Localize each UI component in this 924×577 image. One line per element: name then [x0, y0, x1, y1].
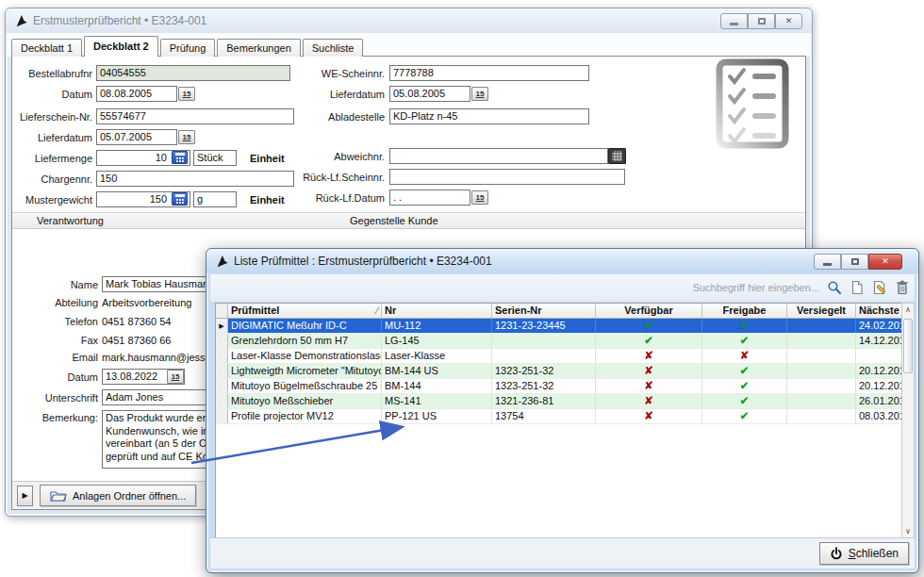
abladestelle-input[interactable]: KD-Platz n-45	[389, 108, 589, 124]
tab-suchliste[interactable]: Suchliste	[303, 39, 364, 57]
versiegelt-mark	[787, 394, 856, 408]
lieferschein-input[interactable]: 55574677	[96, 108, 294, 124]
lieferschein-label: Lieferschein-Nr.	[6, 111, 92, 123]
chargennr-label: Chargennr.	[6, 173, 92, 185]
calendar-icon: 15	[476, 194, 485, 202]
new-record-icon[interactable]	[850, 280, 865, 295]
versiegelt-mark	[787, 409, 856, 423]
anlagen-ordner-button[interactable]: Anlagen Ordner öffnen...	[40, 485, 196, 506]
close-button[interactable]: ✕	[868, 254, 902, 270]
abladestelle-label: Abladestelle	[289, 111, 385, 123]
bemerkung-label: Bemerkung:	[15, 412, 98, 423]
row-marker-icon: ▶	[216, 319, 228, 333]
datum1-label: Datum	[6, 89, 92, 100]
desktop: Erstmusterprüfbericht • E3234-001 ✕ Deck…	[0, 0, 924, 577]
versiegelt-mark	[787, 319, 856, 333]
abteilung-value: Arbeitsvorbereitung	[102, 297, 191, 308]
mustergewicht-einheit-label: Einheit	[250, 194, 285, 206]
rueck-lf-scheinnr-input[interactable]	[389, 169, 625, 185]
col-versiegelt[interactable]: Versiegelt	[787, 304, 856, 318]
tab-deckblatt-2[interactable]: Deckblatt 2	[84, 36, 158, 57]
abweichnr-label: Abweichnr.	[289, 151, 385, 162]
minimize-button[interactable]	[814, 254, 841, 270]
table-row[interactable]: Lightweigth Micrometer "Mitutoyo BM-144 …	[216, 364, 902, 379]
verfuegbar-mark: ✘	[596, 349, 702, 363]
name-label: Name	[15, 279, 98, 290]
report-window-titlebar[interactable]: Erstmusterprüfbericht • E3234-001 ✕	[6, 8, 812, 33]
pruefmittel-list-window: Liste Prüfmittel : Erstmusterprüfbericht…	[206, 248, 919, 573]
search-icon[interactable]	[827, 280, 842, 295]
chargennr-input[interactable]: 150	[96, 171, 294, 187]
lieferdatum1-label: Lieferdatum	[6, 132, 92, 143]
freigabe-mark: ✔	[702, 334, 787, 348]
lieferdatum1-calendar-button[interactable]: 15	[178, 130, 195, 144]
minimize-button[interactable]	[720, 13, 748, 29]
bestellabrufnr-input[interactable]: 04054555	[96, 65, 290, 81]
search-input[interactable]: Suchbegriff hier eingeben...	[693, 282, 819, 293]
calculator-icon	[175, 194, 185, 204]
mustergewicht-calculator-button[interactable]	[172, 192, 188, 206]
maximize-button[interactable]	[841, 254, 868, 270]
col-serien-nr[interactable]: Serien-Nr	[492, 304, 596, 318]
lieferdatum1-input[interactable]: 05.07.2005	[96, 129, 177, 145]
table-row[interactable]: Mitutoyo Meßschieber MS-141 1321-236-81 …	[216, 394, 902, 409]
bestellabrufnr-label: Bestellabrufnr	[6, 68, 92, 79]
scroll-down-icon[interactable]: ∨	[902, 525, 914, 538]
versiegelt-mark	[787, 349, 856, 363]
freigabe-mark: ✔	[702, 379, 787, 393]
tab-pruefung[interactable]: Prüfung	[160, 39, 216, 57]
calendar-icon: 15	[172, 373, 180, 381]
liefermenge-calculator-button[interactable]	[172, 151, 188, 164]
table-row[interactable]: Profile projector MV12 PP-121 US 13754 ✘…	[216, 409, 902, 424]
rueck-lf-datum-calendar-button[interactable]: 15	[471, 190, 488, 205]
table-row[interactable]: Grenzlehrdorn 50 mm H7 LG-145 ✔ ✔ 14.12.…	[216, 334, 902, 349]
scrollbar-thumb[interactable]	[903, 319, 913, 373]
edit-record-icon[interactable]	[872, 280, 887, 295]
table-row[interactable]: ▶ DIGIMATIC Meßuhr ID-C MU-112 1231-23-2…	[216, 319, 902, 334]
schliessen-label: Schließen	[849, 547, 899, 560]
maximize-button[interactable]	[748, 13, 775, 29]
report-window-title: Erstmusterprüfbericht • E3234-001	[33, 14, 206, 27]
liefermenge-unit-input[interactable]: Stück	[193, 150, 237, 166]
lieferdatum2-calendar-button[interactable]: 15	[471, 87, 488, 101]
col-naechste-pruefung[interactable]: Nächste Prüfung	[856, 304, 902, 318]
table-row[interactable]: Mitutoyo Bügelmeßschraube 25 mm BM-144 1…	[216, 379, 902, 394]
abweichnr-input[interactable]	[389, 148, 608, 164]
pruefmittel-table: ∕Prüfmittel Nr Serien-Nr Verfügbar Freig…	[215, 303, 903, 539]
fax-label: Fax	[15, 335, 98, 346]
lieferdatum2-input[interactable]: 05.08.2005	[389, 86, 470, 102]
verfuegbar-mark: ✘	[596, 379, 702, 393]
tab-bemerkungen[interactable]: Bemerkungen	[217, 39, 301, 57]
col-nr[interactable]: Nr	[382, 304, 492, 318]
open-folder-icon	[50, 489, 67, 502]
rueck-lf-datum-input[interactable]: . .	[389, 190, 470, 206]
schliessen-button[interactable]: Schließen	[819, 542, 909, 565]
verfuegbar-mark: ✔	[596, 334, 702, 348]
datum1-calendar-button[interactable]: 15	[178, 87, 195, 101]
tab-deckblatt-1[interactable]: Deckblatt 1	[11, 39, 82, 57]
list-window-titlebar[interactable]: Liste Prüfmittel : Erstmusterprüfbericht…	[206, 249, 918, 273]
we-scheinnr-input[interactable]: 7778788	[389, 65, 589, 81]
datum2-calendar-button[interactable]: 15	[167, 370, 184, 384]
scroll-up-icon[interactable]: ∧	[902, 304, 914, 317]
mustergewicht-unit-input[interactable]: g	[193, 191, 237, 207]
freigabe-mark: ✔	[702, 364, 787, 378]
calendar-icon: 15	[183, 91, 191, 98]
col-verfuegbar[interactable]: Verfügbar	[596, 304, 702, 318]
table-row[interactable]: Laser-Klasse Demonstrationslaser Laser-K…	[216, 349, 902, 364]
verfuegbar-mark: ✘	[596, 394, 702, 408]
liefermenge-label: Liefermenge	[6, 153, 92, 164]
calendar-icon: 15	[183, 134, 191, 141]
datum1-input[interactable]: 08.08.2005	[96, 86, 177, 102]
verfuegbar-mark: ✘	[596, 364, 702, 378]
close-button[interactable]: ✕	[775, 13, 802, 29]
rueck-lf-scheinnr-label: Rück-Lf.Scheinnr.	[289, 172, 385, 183]
delete-record-icon[interactable]	[895, 280, 910, 295]
expand-button[interactable]: ▶	[17, 486, 33, 506]
row-indicator-header	[216, 304, 228, 318]
grid-icon	[612, 151, 622, 161]
col-pruefmittel[interactable]: ∕Prüfmittel	[228, 304, 382, 318]
col-freigabe[interactable]: Freigabe	[702, 304, 787, 318]
abweichnr-lookup-button[interactable]	[608, 148, 626, 164]
vertical-scrollbar[interactable]: ∧ ∨	[901, 303, 915, 539]
